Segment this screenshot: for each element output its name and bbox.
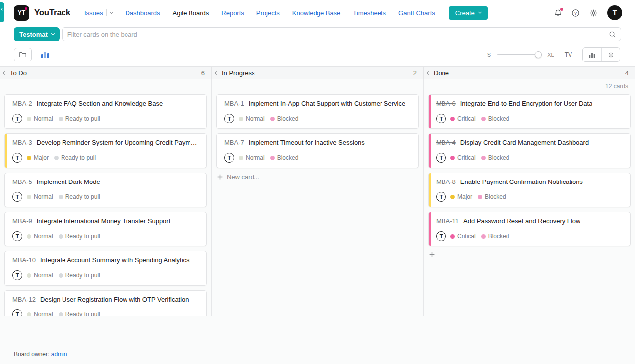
user-avatar[interactable]: T bbox=[607, 5, 622, 20]
collapse-column-icon[interactable] bbox=[427, 71, 430, 74]
priority-label: Normal bbox=[34, 311, 53, 316]
card-accent-bar bbox=[5, 173, 7, 207]
card-header: MBA-6 Integrate End-to-End Encryption fo… bbox=[436, 100, 624, 107]
card-accent-bar bbox=[5, 291, 7, 316]
assignee-avatar[interactable]: T bbox=[12, 114, 22, 123]
nav-item-knowledge-base[interactable]: Knowledge Base bbox=[292, 9, 341, 17]
assignee-avatar[interactable]: T bbox=[224, 153, 234, 163]
card-id[interactable]: MBA-12 bbox=[12, 296, 36, 303]
card-id[interactable]: MBA-2 bbox=[12, 100, 32, 107]
board-card[interactable]: MBA-4 Display Credit Card Management Das… bbox=[428, 133, 631, 168]
add-card-button[interactable] bbox=[429, 251, 439, 258]
card-meta: T Normal Ready to pull bbox=[12, 114, 200, 123]
add-card-button[interactable]: New card... bbox=[217, 173, 259, 181]
nav-item-gantt-charts[interactable]: Gantt Charts bbox=[398, 9, 435, 17]
board-card[interactable]: MBA-9 Integrate International Money Tran… bbox=[4, 212, 207, 246]
chevron-down-icon bbox=[478, 10, 482, 14]
column-header-in-progress[interactable]: In Progress 2 bbox=[211, 67, 423, 79]
nav-item-issues[interactable]: Issues bbox=[84, 9, 103, 17]
card-meta: T Normal Ready to pull bbox=[12, 231, 200, 241]
notifications-bell-icon[interactable] bbox=[554, 9, 562, 17]
card-id[interactable]: MBA-3 bbox=[12, 139, 32, 146]
sidebar-expand-handle[interactable] bbox=[0, 2, 4, 22]
board-card[interactable]: MBA-7 Implement Timeout for Inactive Ses… bbox=[216, 133, 419, 168]
card-header: MBA-2 Integrate FAQ Section and Knowledg… bbox=[12, 100, 200, 107]
nav-item-projects[interactable]: Projects bbox=[256, 9, 280, 17]
board-chart-button[interactable] bbox=[583, 48, 601, 61]
slider-handle[interactable] bbox=[535, 51, 542, 58]
board-card[interactable]: MBA-6 Integrate End-to-End Encryption fo… bbox=[428, 94, 631, 129]
filter-input-wrapper bbox=[62, 27, 621, 41]
card-id[interactable]: MBA-10 bbox=[12, 256, 36, 264]
card-id[interactable]: MBA-9 bbox=[12, 217, 32, 225]
board-settings-button[interactable] bbox=[601, 48, 620, 61]
help-icon[interactable]: ? bbox=[572, 9, 580, 17]
card-size-slider[interactable] bbox=[497, 51, 541, 58]
card-id[interactable]: MBA-4 bbox=[436, 139, 456, 146]
board-card[interactable]: MBA-2 Integrate FAQ Section and Knowledg… bbox=[4, 94, 207, 129]
card-size-max-label: XL bbox=[547, 52, 554, 58]
priority-label: Normal bbox=[34, 272, 53, 279]
state-dot bbox=[59, 312, 63, 317]
state-dot bbox=[481, 117, 486, 121]
column-done: MBA-6 Integrate End-to-End Encryption fo… bbox=[423, 79, 635, 316]
card-id[interactable]: MBA-6 bbox=[436, 100, 456, 107]
state-dot bbox=[270, 156, 275, 160]
board-owner-label: Board owner: bbox=[14, 351, 49, 358]
board-card[interactable]: MBA-5 Implement Dark Mode T Normal Ready… bbox=[4, 173, 207, 207]
state-dot bbox=[270, 117, 275, 121]
assignee-avatar[interactable]: T bbox=[12, 231, 22, 241]
agile-board: To Do 6 In Progress 2 Done 4 12 cards MB… bbox=[0, 66, 635, 364]
youtrack-logo[interactable]: YT bbox=[14, 5, 29, 21]
board-card[interactable]: MBA-11 Add Password Reset and Recovery F… bbox=[428, 212, 631, 246]
nav-item-agile-boards[interactable]: Agile Boards bbox=[173, 9, 209, 17]
board-owner-link[interactable]: admin bbox=[51, 351, 67, 358]
board-card[interactable]: MBA-3 Develop Reminder System for Upcomi… bbox=[4, 133, 207, 168]
assignee-avatar[interactable]: T bbox=[436, 231, 446, 241]
card-title: Implement In-App Chat Support with Custo… bbox=[249, 100, 405, 107]
search-icon[interactable] bbox=[609, 31, 616, 38]
assignee-avatar[interactable]: T bbox=[436, 114, 446, 123]
board-card[interactable]: MBA-8 Enable Payment Confirmation Notifi… bbox=[428, 173, 631, 207]
assignee-avatar[interactable]: T bbox=[12, 270, 22, 280]
assignee-avatar[interactable]: T bbox=[12, 192, 22, 202]
card-id[interactable]: MBA-8 bbox=[436, 178, 456, 185]
assignee-avatar[interactable]: T bbox=[12, 309, 22, 316]
tv-mode-button[interactable]: TV bbox=[565, 51, 572, 58]
nav-item-reports[interactable]: Reports bbox=[221, 9, 244, 17]
priority-label: Normal bbox=[34, 115, 53, 122]
card-meta: T Critical Blocked bbox=[436, 114, 624, 123]
nav-divider bbox=[106, 9, 107, 16]
nav-item-dashboards[interactable]: Dashboards bbox=[125, 9, 160, 17]
svg-text:?: ? bbox=[574, 10, 577, 15]
board-card[interactable]: MBA-1 Implement In-App Chat Support with… bbox=[216, 94, 419, 129]
card-id[interactable]: MBA-11 bbox=[436, 217, 459, 225]
chevron-down-icon[interactable] bbox=[110, 10, 113, 14]
collapse-column-icon[interactable] bbox=[3, 71, 6, 74]
settings-gear-icon[interactable] bbox=[589, 9, 598, 17]
assignee-avatar[interactable]: T bbox=[436, 153, 446, 163]
board-card[interactable]: MBA-12 Design User Registration Flow wit… bbox=[4, 290, 207, 316]
state-dot bbox=[481, 156, 486, 160]
priority-dot bbox=[27, 195, 31, 199]
board-chart-toggle-button[interactable] bbox=[36, 48, 54, 61]
card-id[interactable]: MBA-7 bbox=[224, 139, 244, 146]
column-header-todo[interactable]: To Do 6 bbox=[0, 67, 211, 79]
state-dot bbox=[59, 273, 63, 278]
create-button[interactable]: Create bbox=[449, 6, 488, 20]
card-header: MBA-3 Develop Reminder System for Upcomi… bbox=[12, 139, 200, 146]
create-button-label: Create bbox=[455, 9, 475, 17]
board-card[interactable]: MBA-10 Integrate Account Summary with Sp… bbox=[4, 251, 207, 286]
filter-input[interactable] bbox=[67, 31, 609, 38]
column-header-done[interactable]: Done 4 bbox=[423, 67, 635, 79]
board-selector-button[interactable]: Testomat bbox=[14, 27, 60, 41]
swimlane-settings-button[interactable] bbox=[14, 48, 32, 61]
assignee-avatar[interactable]: T bbox=[436, 192, 446, 202]
collapse-column-icon[interactable] bbox=[215, 71, 218, 74]
state-dot bbox=[481, 234, 486, 239]
card-id[interactable]: MBA-5 bbox=[12, 178, 32, 185]
assignee-avatar[interactable]: T bbox=[12, 153, 22, 163]
nav-item-timesheets[interactable]: Timesheets bbox=[353, 9, 386, 17]
card-id[interactable]: MBA-1 bbox=[224, 100, 244, 107]
assignee-avatar[interactable]: T bbox=[224, 114, 234, 123]
